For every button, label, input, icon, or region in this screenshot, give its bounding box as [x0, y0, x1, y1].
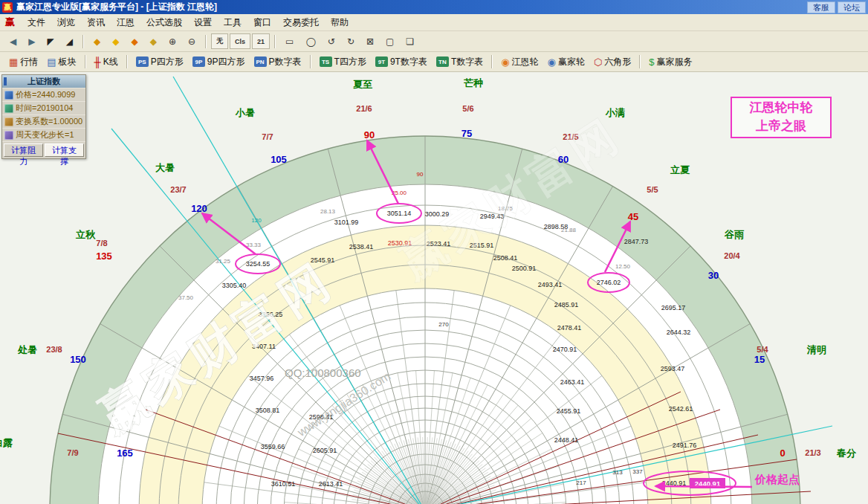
diamond-tool-4-button[interactable]: ◆ [145, 33, 162, 49]
menu-item-1[interactable]: 文件 [22, 15, 51, 30]
winner-wheel-label: 赢家轮 [558, 56, 585, 68]
menu-item-4[interactable]: 江恩 [111, 15, 140, 30]
t-square-button[interactable]: TST四方形 [317, 55, 369, 69]
panel-rows: 价格=2440.9099时间=20190104变换系数=1.00000周天变化步… [2, 88, 85, 141]
svg-text:2463.41: 2463.41 [560, 378, 585, 386]
svg-text:处暑: 处暑 [17, 344, 37, 355]
9p-square-button[interactable]: 9P9P四方形 [190, 55, 248, 69]
menu-logo-icon: 赢 [5, 16, 15, 29]
calc-resistance-button[interactable]: 计算阻力 [4, 143, 43, 157]
toolbar-separator [491, 55, 493, 68]
time-icon [4, 104, 13, 113]
svg-text:337: 337 [632, 468, 643, 475]
svg-text:春分: 春分 [836, 448, 857, 459]
svg-text:120: 120 [191, 203, 207, 214]
cls-button[interactable]: Cls [230, 33, 250, 49]
rotate-right-button[interactable]: ↻ [342, 33, 360, 49]
svg-text:2644.32: 2644.32 [667, 329, 691, 336]
svg-text:165: 165 [117, 448, 133, 459]
watermark-qq: QQ:100800360 [285, 366, 361, 379]
window-title: 赢家江恩专业版[赢家服务平台] - [上证指数 江恩轮] [16, 1, 805, 13]
toolbar-separator [126, 55, 128, 68]
p-table-button[interactable]: PNP数字表 [251, 55, 305, 69]
back-button[interactable]: ◀ [4, 33, 22, 49]
svg-text:90: 90 [364, 129, 375, 140]
svg-text:23/8: 23/8 [46, 345, 62, 354]
kline-label: K线 [103, 56, 118, 68]
blocks-button[interactable]: ▤板块 [44, 55, 79, 69]
svg-text:15: 15 [754, 354, 765, 365]
panel-row: 价格=2440.9099 [2, 88, 85, 101]
gann-toolbar: ▦行情▤板块╫K线PSP四方形9P9P四方形PNP数字表TST四方形9T9T数字… [0, 52, 868, 72]
customer-service-button[interactable]: 客服 [807, 1, 835, 13]
svg-text:芒种: 芒种 [464, 77, 483, 88]
menu-item-2[interactable]: 浏览 [51, 15, 81, 30]
hexagon-button[interactable]: ⬡六角形 [591, 55, 634, 69]
menu-item-8[interactable]: 窗口 [247, 15, 277, 30]
panel-row: 周天变化步长=1 [2, 128, 85, 141]
gann-wheel-note: 江恩轮中轮 上帝之眼 [731, 97, 832, 138]
calc-support-button[interactable]: 计算支撑 [45, 143, 84, 157]
t-square-icon: TS [320, 56, 332, 67]
winner-wheel-button[interactable]: ◉赢家轮 [545, 55, 588, 69]
p-square-button[interactable]: PSP四方形 [133, 55, 187, 69]
9t-square-button[interactable]: 9T9T数字表 [372, 55, 430, 69]
service-button[interactable]: $赢家服务 [646, 55, 695, 69]
svg-text:270: 270 [438, 321, 449, 328]
titlebar: 赢 赢家江恩专业版[赢家服务平台] - [上证指数 江恩轮] 客服 论坛 [0, 0, 868, 14]
wu-button[interactable]: 无 [211, 33, 228, 49]
annotation-arrow [655, 486, 752, 487]
ellipse-tool-button[interactable]: ◯ [300, 33, 320, 49]
svg-text:313: 313 [612, 469, 623, 476]
dashed-box-tool-button[interactable]: ▢ [380, 33, 399, 49]
panel-title: 上证指数 [2, 75, 85, 88]
zoom-out-button[interactable]: ⊖ [183, 33, 201, 49]
pointer-tool-button[interactable]: ◤ [42, 33, 59, 49]
t-table-button[interactable]: TNT数字表 [433, 55, 486, 69]
forward-button[interactable]: ▶ [23, 33, 40, 49]
toolbar-separator [82, 35, 84, 48]
diamond-tool-1-button[interactable]: ◆ [88, 33, 106, 49]
menu-item-3[interactable]: 资讯 [81, 15, 111, 30]
box-x-tool-button[interactable]: ⊠ [361, 33, 379, 49]
menu-item-5[interactable]: 公式选股 [140, 15, 188, 30]
9t-square-icon: 9T [375, 56, 388, 67]
svg-text:3305.40: 3305.40 [222, 282, 247, 289]
p-square-icon: PS [136, 56, 149, 67]
menu-item-7[interactable]: 工具 [218, 15, 247, 30]
panel-buttons: 计算阻力计算支撑 [2, 141, 85, 158]
menu-item-10[interactable]: 帮助 [325, 15, 354, 30]
forum-button[interactable]: 论坛 [838, 1, 866, 13]
menu-item-9[interactable]: 交易委托 [277, 15, 325, 30]
calendar-button[interactable]: 21 [252, 33, 270, 49]
zoom-in-button[interactable]: ⊕ [163, 33, 181, 49]
rect-tool-button[interactable]: ▭ [280, 33, 299, 49]
blocks-icon: ▤ [47, 57, 56, 67]
svg-text:31.25: 31.25 [216, 258, 231, 265]
quotes-icon: ▦ [9, 57, 18, 67]
pointer-tool-2-button[interactable]: ◢ [61, 33, 78, 49]
gann-wheel-button[interactable]: ◉江恩轮 [498, 55, 541, 69]
t-table-icon: TN [436, 56, 449, 67]
svg-text:2538.41: 2538.41 [349, 243, 374, 251]
menu-item-6[interactable]: 设置 [188, 15, 218, 30]
comment-tool-button[interactable]: ❏ [401, 33, 419, 49]
hexagon-icon: ⬡ [594, 57, 602, 67]
9p-square-icon: 9P [192, 56, 205, 67]
svg-text:0: 0 [780, 448, 785, 459]
diamond-tool-2-button[interactable]: ◆ [107, 33, 124, 49]
toolbar-separator [205, 35, 207, 48]
svg-text:21/6: 21/6 [356, 104, 372, 113]
blocks-label: 板块 [59, 56, 77, 68]
gann-wheel-label: 江恩轮 [512, 56, 539, 68]
note-line-2: 上帝之眼 [756, 117, 806, 136]
svg-text:3051.14: 3051.14 [387, 210, 412, 217]
kline-button[interactable]: ╫K线 [91, 55, 121, 69]
diamond-tool-3-button[interactable]: ◆ [126, 33, 143, 49]
menubar: 赢 文件浏览资讯江恩公式选股设置工具窗口交易委托帮助 [0, 14, 868, 31]
rotate-left-button[interactable]: ↺ [323, 33, 340, 49]
svg-text:2500.91: 2500.91 [512, 265, 537, 272]
service-icon: $ [649, 57, 654, 67]
quotes-button[interactable]: ▦行情 [6, 55, 41, 69]
svg-text:2695.17: 2695.17 [661, 304, 686, 311]
